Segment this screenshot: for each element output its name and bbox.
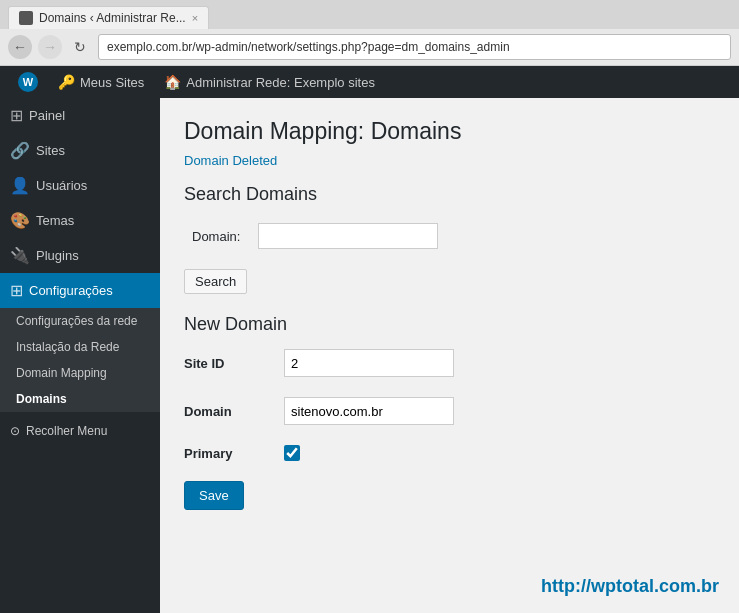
primary-checkbox-wrapper xyxy=(284,445,300,461)
wp-logo-item[interactable]: W xyxy=(8,66,48,98)
search-row: Domain: xyxy=(184,219,446,253)
sidebar-item-temas[interactable]: 🎨 Temas xyxy=(0,203,160,238)
browser-chrome: Domains ‹ Administrar Re... × ← → ↻ xyxy=(0,0,739,66)
primary-row: Primary xyxy=(184,445,715,461)
tab-close-button[interactable]: × xyxy=(192,12,198,24)
tab-favicon xyxy=(19,11,33,25)
main-content: Domain Mapping: Domains Domain Deleted S… xyxy=(160,98,739,613)
site-id-input[interactable] xyxy=(284,349,454,377)
site-id-row: Site ID xyxy=(184,349,715,377)
users-icon: 👤 xyxy=(10,176,30,195)
tab-title: Domains ‹ Administrar Re... xyxy=(39,11,186,25)
sidebar-item-label: Temas xyxy=(36,213,74,228)
submenu-item-configuracoes-rede[interactable]: Configurações da rede xyxy=(0,308,160,334)
new-domain-form: Site ID Domain Primary xyxy=(184,349,715,461)
domain-label: Domain xyxy=(184,404,284,419)
submenu-item-domain-mapping[interactable]: Domain Mapping xyxy=(0,360,160,386)
sidebar-item-label: Plugins xyxy=(36,248,79,263)
sidebar-item-label: Usuários xyxy=(36,178,87,193)
site-name-label: Administrar Rede: Exemplo sites xyxy=(186,75,375,90)
sidebar-item-configuracoes[interactable]: ⊞ Configurações xyxy=(0,273,160,308)
submenu-item-domains[interactable]: Domains xyxy=(0,386,160,412)
active-tab[interactable]: Domains ‹ Administrar Re... × xyxy=(8,6,209,29)
settings-icon: ⊞ xyxy=(10,281,23,300)
wp-sidebar: ⊞ Painel 🔗 Sites 👤 Usuários 🎨 Temas 🔌 Pl… xyxy=(0,98,160,613)
domain-input[interactable] xyxy=(284,397,454,425)
collapse-label: Recolher Menu xyxy=(26,424,107,438)
tab-bar: Domains ‹ Administrar Re... × xyxy=(0,0,739,29)
reload-button[interactable]: ↻ xyxy=(68,35,92,59)
sidebar-item-plugins[interactable]: 🔌 Plugins xyxy=(0,238,160,273)
sidebar-submenu: Configurações da rede Instalação da Rede… xyxy=(0,308,160,412)
my-sites-item[interactable]: 🔑 Meus Sites xyxy=(48,66,154,98)
home-icon: 🏠 xyxy=(164,74,181,90)
search-label: Domain: xyxy=(184,219,250,253)
wp-admin-bar: W 🔑 Meus Sites 🏠 Administrar Rede: Exemp… xyxy=(0,66,739,98)
domain-deleted-notice: Domain Deleted xyxy=(184,153,715,168)
primary-label: Primary xyxy=(184,446,284,461)
wp-layout: ⊞ Painel 🔗 Sites 👤 Usuários 🎨 Temas 🔌 Pl… xyxy=(0,98,739,613)
sidebar-item-label: Painel xyxy=(29,108,65,123)
my-sites-label: Meus Sites xyxy=(80,75,144,90)
site-home-item[interactable]: 🏠 Administrar Rede: Exemplo sites xyxy=(154,66,385,98)
plugins-icon: 🔌 xyxy=(10,246,30,265)
sidebar-item-sites[interactable]: 🔗 Sites xyxy=(0,133,160,168)
sites-icon: 🔗 xyxy=(10,141,30,160)
search-domain-input[interactable] xyxy=(258,223,438,249)
wp-logo-icon: W xyxy=(18,72,38,92)
search-section-title: Search Domains xyxy=(184,184,715,205)
address-bar[interactable] xyxy=(98,34,731,60)
sidebar-item-label: Configurações xyxy=(29,283,113,298)
dashboard-icon: ⊞ xyxy=(10,106,23,125)
collapse-icon: ⊙ xyxy=(10,424,20,438)
page-title: Domain Mapping: Domains xyxy=(184,118,715,145)
browser-toolbar: ← → ↻ xyxy=(0,29,739,65)
search-form-table: Domain: xyxy=(184,219,446,253)
search-button[interactable]: Search xyxy=(184,269,247,294)
submenu-item-instalacao[interactable]: Instalação da Rede xyxy=(0,334,160,360)
back-button[interactable]: ← xyxy=(8,35,32,59)
sidebar-item-painel[interactable]: ⊞ Painel xyxy=(0,98,160,133)
sidebar-item-usuarios[interactable]: 👤 Usuários xyxy=(0,168,160,203)
primary-checkbox[interactable] xyxy=(284,445,300,461)
sidebar-item-label: Sites xyxy=(36,143,65,158)
forward-button[interactable]: → xyxy=(38,35,62,59)
save-button[interactable]: Save xyxy=(184,481,244,510)
domain-row: Domain xyxy=(184,397,715,425)
key-icon: 🔑 xyxy=(58,74,75,90)
themes-icon: 🎨 xyxy=(10,211,30,230)
collapse-menu-button[interactable]: ⊙ Recolher Menu xyxy=(0,416,160,446)
site-id-label: Site ID xyxy=(184,356,284,371)
new-domain-section-title: New Domain xyxy=(184,314,715,335)
watermark: http://wptotal.com.br xyxy=(541,576,719,597)
